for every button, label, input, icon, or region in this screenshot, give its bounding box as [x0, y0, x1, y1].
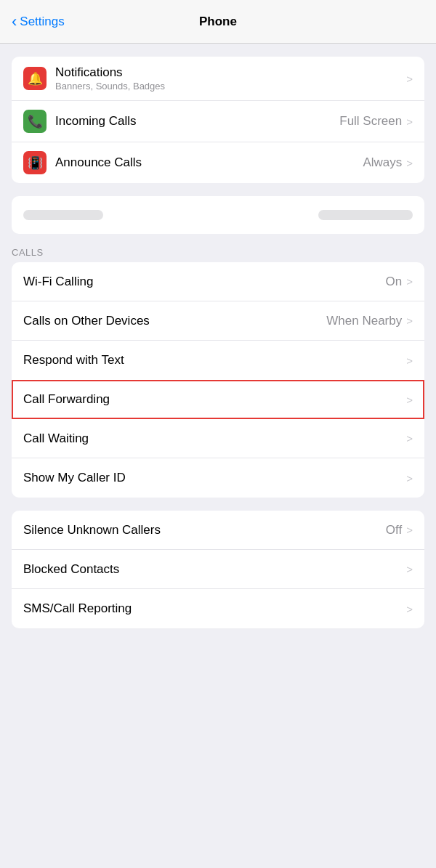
notifications-icon-bg: 🔔: [23, 67, 47, 90]
wifi-calling-right: On >: [386, 275, 413, 289]
announce-calls-right: Always >: [363, 155, 413, 170]
phone-wave-icon: 📳: [28, 155, 43, 171]
page-title: Phone: [199, 15, 237, 29]
wifi-calling-value: On: [386, 275, 403, 289]
chevron-right-icon: >: [406, 563, 413, 575]
call-forwarding-wrapper: Call Forwarding >: [12, 380, 424, 419]
notifications-right: >: [406, 73, 413, 85]
wifi-calling-content: Wi-Fi Calling: [23, 275, 386, 289]
blocked-contacts-row[interactable]: Blocked Contacts >: [12, 550, 424, 589]
calls-card-top: Wi-Fi Calling On > Calls on Other Device…: [12, 262, 424, 380]
bottom-section: Silence Unknown Callers Off > Blocked Co…: [0, 511, 436, 650]
blocked-contacts-title: Blocked Contacts: [23, 562, 406, 577]
chevron-right-icon: >: [406, 354, 413, 367]
incoming-calls-value: Full Screen: [339, 114, 402, 129]
wifi-calling-title: Wi-Fi Calling: [23, 275, 386, 289]
chevron-left-icon: ‹: [12, 12, 17, 31]
calls-other-devices-row[interactable]: Calls on Other Devices When Nearby >: [12, 301, 424, 341]
phone-incoming-icon: 📞: [28, 114, 43, 129]
show-caller-id-content: Show My Caller ID: [23, 471, 406, 485]
my-number-row: [12, 196, 424, 234]
chevron-right-icon: >: [406, 472, 413, 484]
call-forwarding-content: Call Forwarding: [23, 392, 406, 407]
call-waiting-content: Call Waiting: [23, 431, 406, 446]
announce-calls-row[interactable]: 📳 Announce Calls Always >: [12, 142, 424, 183]
bottom-card: Silence Unknown Callers Off > Blocked Co…: [12, 511, 424, 628]
respond-with-text-title: Respond with Text: [23, 353, 406, 368]
incoming-calls-title: Incoming Calls: [55, 114, 339, 129]
chevron-right-icon: >: [406, 73, 413, 85]
call-waiting-title: Call Waiting: [23, 431, 406, 446]
back-label: Settings: [20, 15, 64, 29]
show-caller-id-right: >: [406, 472, 413, 484]
calls-section-label: CALLS: [0, 247, 436, 262]
back-button[interactable]: ‹ Settings: [12, 12, 65, 31]
incoming-calls-icon-bg: 📞: [23, 110, 47, 133]
incoming-calls-right: Full Screen >: [339, 114, 413, 129]
calls-other-devices-value: When Nearby: [326, 314, 402, 328]
incoming-calls-row[interactable]: 📞 Incoming Calls Full Screen >: [12, 101, 424, 142]
announce-calls-icon-bg: 📳: [23, 151, 47, 174]
show-caller-id-row[interactable]: Show My Caller ID >: [12, 458, 424, 498]
blurred-name: [23, 210, 103, 220]
respond-with-text-row[interactable]: Respond with Text >: [12, 341, 424, 380]
respond-with-text-content: Respond with Text: [23, 353, 406, 368]
call-forwarding-row[interactable]: Call Forwarding >: [12, 380, 424, 419]
notifications-title: Notifications: [55, 65, 406, 80]
silence-unknown-value: Off: [386, 523, 402, 538]
top-settings-section: 🔔 Notifications Banners, Sounds, Badges …: [0, 57, 436, 183]
respond-with-text-right: >: [406, 354, 413, 367]
calls-card-bottom: Call Waiting > Show My Caller ID >: [12, 419, 424, 498]
silence-unknown-title: Silence Unknown Callers: [23, 523, 386, 538]
silence-unknown-row[interactable]: Silence Unknown Callers Off >: [12, 511, 424, 550]
call-forwarding-right: >: [406, 394, 413, 406]
wifi-calling-row[interactable]: Wi-Fi Calling On >: [12, 262, 424, 301]
sms-call-reporting-title: SMS/Call Reporting: [23, 601, 406, 616]
sms-call-reporting-row[interactable]: SMS/Call Reporting >: [12, 589, 424, 628]
announce-calls-title: Announce Calls: [55, 155, 363, 170]
calls-section: CALLS Wi-Fi Calling On > Calls on Other …: [0, 247, 436, 498]
show-caller-id-title: Show My Caller ID: [23, 471, 406, 485]
call-waiting-row[interactable]: Call Waiting >: [12, 419, 424, 458]
blocked-contacts-right: >: [406, 563, 413, 575]
silence-unknown-content: Silence Unknown Callers: [23, 523, 386, 538]
chevron-right-icon: >: [406, 394, 413, 406]
call-waiting-right: >: [406, 432, 413, 445]
chevron-right-icon: >: [406, 524, 413, 536]
silence-unknown-right: Off >: [386, 523, 413, 538]
notifications-row[interactable]: 🔔 Notifications Banners, Sounds, Badges …: [12, 57, 424, 101]
chevron-right-icon: >: [406, 275, 413, 288]
sms-call-reporting-content: SMS/Call Reporting: [23, 601, 406, 616]
chevron-right-icon: >: [406, 157, 413, 169]
calls-other-devices-title: Calls on Other Devices: [23, 314, 326, 328]
blocked-contacts-content: Blocked Contacts: [23, 562, 406, 577]
announce-calls-value: Always: [363, 155, 402, 170]
chevron-right-icon: >: [406, 115, 413, 128]
navigation-header: ‹ Settings Phone: [0, 0, 436, 44]
blurred-number: [318, 210, 413, 220]
notifications-subtitle: Banners, Sounds, Badges: [55, 81, 406, 92]
chevron-right-icon: >: [406, 315, 413, 327]
announce-calls-content: Announce Calls: [55, 155, 363, 170]
bell-icon: 🔔: [28, 71, 43, 86]
chevron-right-icon: >: [406, 603, 413, 615]
incoming-calls-content: Incoming Calls: [55, 114, 339, 129]
chevron-right-icon: >: [406, 432, 413, 445]
calls-other-devices-right: When Nearby >: [326, 314, 413, 328]
top-settings-card: 🔔 Notifications Banners, Sounds, Badges …: [12, 57, 424, 183]
sms-call-reporting-right: >: [406, 603, 413, 615]
calls-other-devices-content: Calls on Other Devices: [23, 314, 326, 328]
call-forwarding-title: Call Forwarding: [23, 392, 110, 406]
notifications-content: Notifications Banners, Sounds, Badges: [55, 65, 406, 92]
